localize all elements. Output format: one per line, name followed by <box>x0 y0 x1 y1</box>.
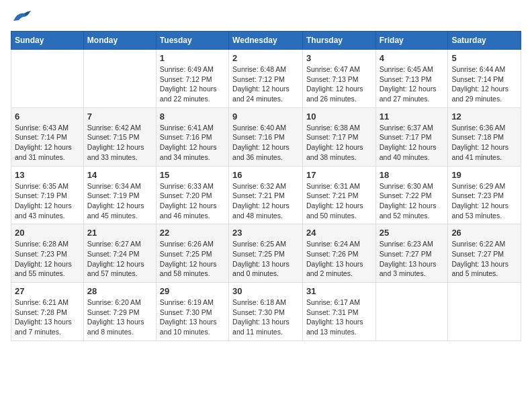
calendar-cell: 16Sunrise: 6:32 AM Sunset: 7:21 PM Dayli… <box>229 166 303 224</box>
day-info: Sunrise: 6:47 AM Sunset: 7:13 PM Dayligh… <box>306 64 372 104</box>
day-info: Sunrise: 6:24 AM Sunset: 7:26 PM Dayligh… <box>306 239 372 279</box>
calendar-cell: 24Sunrise: 6:24 AM Sunset: 7:26 PM Dayli… <box>302 224 375 283</box>
weekday-header-monday: Monday <box>83 32 156 50</box>
day-info: Sunrise: 6:49 AM Sunset: 7:12 PM Dayligh… <box>160 64 225 104</box>
day-number: 19 <box>451 170 517 180</box>
calendar-cell <box>11 50 84 108</box>
day-number: 20 <box>15 228 80 238</box>
logo-bird-icon <box>12 11 31 24</box>
day-number: 24 <box>306 228 372 238</box>
calendar-cell: 12Sunrise: 6:36 AM Sunset: 7:18 PM Dayli… <box>448 107 521 166</box>
day-number: 30 <box>232 286 299 296</box>
day-number: 5 <box>451 53 517 63</box>
calendar-cell: 27Sunrise: 6:21 AM Sunset: 7:28 PM Dayli… <box>11 283 84 341</box>
calendar-header: SundayMondayTuesdayWednesdayThursdayFrid… <box>11 32 521 50</box>
calendar-cell: 17Sunrise: 6:31 AM Sunset: 7:21 PM Dayli… <box>302 166 375 224</box>
day-number: 31 <box>306 286 372 296</box>
calendar-cell <box>83 50 156 108</box>
calendar-cell: 28Sunrise: 6:20 AM Sunset: 7:29 PM Dayli… <box>83 283 156 341</box>
logo <box>11 11 31 24</box>
day-info: Sunrise: 6:41 AM Sunset: 7:16 PM Dayligh… <box>160 123 225 163</box>
day-number: 9 <box>232 111 299 122</box>
day-number: 8 <box>160 111 225 122</box>
calendar-cell: 30Sunrise: 6:18 AM Sunset: 7:30 PM Dayli… <box>229 283 303 341</box>
weekday-header-saturday: Saturday <box>448 32 521 50</box>
day-number: 21 <box>87 228 152 238</box>
calendar-cell <box>375 283 448 341</box>
day-info: Sunrise: 6:31 AM Sunset: 7:21 PM Dayligh… <box>306 181 372 221</box>
day-info: Sunrise: 6:19 AM Sunset: 7:30 PM Dayligh… <box>160 298 225 337</box>
calendar-cell: 18Sunrise: 6:30 AM Sunset: 7:22 PM Dayli… <box>375 166 448 224</box>
calendar-row: 27Sunrise: 6:21 AM Sunset: 7:28 PM Dayli… <box>11 283 521 341</box>
day-info: Sunrise: 6:43 AM Sunset: 7:14 PM Dayligh… <box>15 123 80 163</box>
weekday-header-tuesday: Tuesday <box>156 32 228 50</box>
day-number: 23 <box>232 228 299 238</box>
calendar-cell: 25Sunrise: 6:23 AM Sunset: 7:27 PM Dayli… <box>375 224 448 283</box>
calendar-cell: 11Sunrise: 6:37 AM Sunset: 7:17 PM Dayli… <box>375 107 448 166</box>
day-info: Sunrise: 6:23 AM Sunset: 7:27 PM Dayligh… <box>380 239 445 279</box>
calendar-row: 1Sunrise: 6:49 AM Sunset: 7:12 PM Daylig… <box>11 50 521 108</box>
day-info: Sunrise: 6:37 AM Sunset: 7:17 PM Dayligh… <box>380 123 445 163</box>
calendar-cell: 3Sunrise: 6:47 AM Sunset: 7:13 PM Daylig… <box>302 50 375 108</box>
day-number: 4 <box>380 53 445 63</box>
calendar-cell: 22Sunrise: 6:26 AM Sunset: 7:25 PM Dayli… <box>156 224 228 283</box>
day-info: Sunrise: 6:27 AM Sunset: 7:24 PM Dayligh… <box>87 239 152 279</box>
day-info: Sunrise: 6:33 AM Sunset: 7:20 PM Dayligh… <box>160 181 225 221</box>
calendar-cell: 2Sunrise: 6:48 AM Sunset: 7:12 PM Daylig… <box>229 50 303 108</box>
day-info: Sunrise: 6:40 AM Sunset: 7:16 PM Dayligh… <box>232 123 299 163</box>
calendar-cell: 29Sunrise: 6:19 AM Sunset: 7:30 PM Dayli… <box>156 283 228 341</box>
day-number: 25 <box>380 228 445 238</box>
calendar-cell: 26Sunrise: 6:22 AM Sunset: 7:27 PM Dayli… <box>448 224 521 283</box>
day-info: Sunrise: 6:36 AM Sunset: 7:18 PM Dayligh… <box>451 123 517 163</box>
day-info: Sunrise: 6:17 AM Sunset: 7:31 PM Dayligh… <box>306 298 372 337</box>
day-info: Sunrise: 6:25 AM Sunset: 7:25 PM Dayligh… <box>232 239 299 279</box>
calendar-cell: 4Sunrise: 6:45 AM Sunset: 7:13 PM Daylig… <box>375 50 448 108</box>
day-number: 18 <box>380 170 445 180</box>
day-number: 22 <box>160 228 225 238</box>
day-info: Sunrise: 6:38 AM Sunset: 7:17 PM Dayligh… <box>306 123 372 163</box>
day-number: 29 <box>160 286 225 296</box>
day-info: Sunrise: 6:35 AM Sunset: 7:19 PM Dayligh… <box>15 181 80 221</box>
day-info: Sunrise: 6:44 AM Sunset: 7:14 PM Dayligh… <box>451 64 517 104</box>
day-number: 7 <box>87 111 152 122</box>
day-info: Sunrise: 6:30 AM Sunset: 7:22 PM Dayligh… <box>380 181 445 221</box>
day-info: Sunrise: 6:20 AM Sunset: 7:29 PM Dayligh… <box>87 298 152 337</box>
calendar-table: SundayMondayTuesdayWednesdayThursdayFrid… <box>11 31 521 341</box>
calendar-cell: 20Sunrise: 6:28 AM Sunset: 7:23 PM Dayli… <box>11 224 84 283</box>
day-number: 15 <box>160 170 225 180</box>
day-info: Sunrise: 6:18 AM Sunset: 7:30 PM Dayligh… <box>232 298 299 337</box>
calendar-row: 20Sunrise: 6:28 AM Sunset: 7:23 PM Dayli… <box>11 224 521 283</box>
calendar-cell: 1Sunrise: 6:49 AM Sunset: 7:12 PM Daylig… <box>156 50 228 108</box>
day-info: Sunrise: 6:22 AM Sunset: 7:27 PM Dayligh… <box>451 239 517 279</box>
day-info: Sunrise: 6:48 AM Sunset: 7:12 PM Dayligh… <box>232 64 299 104</box>
day-number: 17 <box>306 170 372 180</box>
calendar-cell: 31Sunrise: 6:17 AM Sunset: 7:31 PM Dayli… <box>302 283 375 341</box>
day-number: 2 <box>232 53 299 63</box>
calendar-cell: 9Sunrise: 6:40 AM Sunset: 7:16 PM Daylig… <box>229 107 303 166</box>
day-info: Sunrise: 6:32 AM Sunset: 7:21 PM Dayligh… <box>232 181 299 221</box>
day-number: 6 <box>15 111 80 122</box>
calendar-row: 6Sunrise: 6:43 AM Sunset: 7:14 PM Daylig… <box>11 107 521 166</box>
page-header <box>11 11 521 24</box>
calendar-cell: 14Sunrise: 6:34 AM Sunset: 7:19 PM Dayli… <box>83 166 156 224</box>
calendar-cell <box>448 283 521 341</box>
day-info: Sunrise: 6:42 AM Sunset: 7:15 PM Dayligh… <box>87 123 152 163</box>
calendar-cell: 10Sunrise: 6:38 AM Sunset: 7:17 PM Dayli… <box>302 107 375 166</box>
calendar-cell: 21Sunrise: 6:27 AM Sunset: 7:24 PM Dayli… <box>83 224 156 283</box>
calendar-row: 13Sunrise: 6:35 AM Sunset: 7:19 PM Dayli… <box>11 166 521 224</box>
day-number: 27 <box>15 286 80 296</box>
calendar-cell: 5Sunrise: 6:44 AM Sunset: 7:14 PM Daylig… <box>448 50 521 108</box>
calendar-cell: 8Sunrise: 6:41 AM Sunset: 7:16 PM Daylig… <box>156 107 228 166</box>
weekday-header-thursday: Thursday <box>302 32 375 50</box>
day-number: 1 <box>160 53 225 63</box>
day-number: 14 <box>87 170 152 180</box>
calendar-cell: 6Sunrise: 6:43 AM Sunset: 7:14 PM Daylig… <box>11 107 84 166</box>
weekday-header-friday: Friday <box>375 32 448 50</box>
calendar-cell: 23Sunrise: 6:25 AM Sunset: 7:25 PM Dayli… <box>229 224 303 283</box>
calendar-cell: 15Sunrise: 6:33 AM Sunset: 7:20 PM Dayli… <box>156 166 228 224</box>
weekday-header-sunday: Sunday <box>11 32 84 50</box>
day-info: Sunrise: 6:28 AM Sunset: 7:23 PM Dayligh… <box>15 239 80 279</box>
day-number: 13 <box>15 170 80 180</box>
day-number: 28 <box>87 286 152 296</box>
calendar-cell: 19Sunrise: 6:29 AM Sunset: 7:23 PM Dayli… <box>448 166 521 224</box>
